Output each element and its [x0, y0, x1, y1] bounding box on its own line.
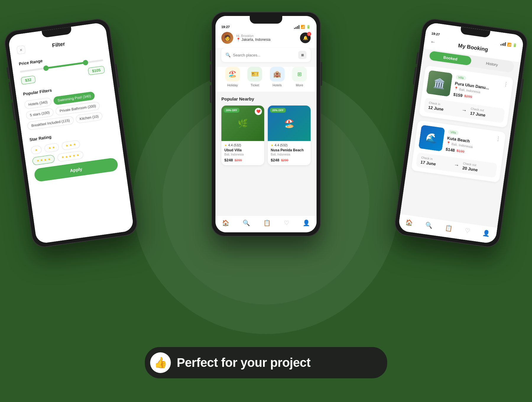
- booking-cards-list: 🏛️ Villa Pura Ulun Danu... 📍 Bali, Indon…: [400, 65, 518, 227]
- star-option-1[interactable]: ★: [30, 145, 42, 155]
- card-nusa-price-old: $299: [281, 158, 288, 162]
- card-nusa-badge: 20% OFF: [270, 108, 286, 113]
- user-text: Hi, Brooklyn 📍 Jakarta, Indonesia: [236, 34, 270, 42]
- star-icon-2: ★: [271, 144, 273, 147]
- nav-favorites-icon[interactable]: ♡: [284, 219, 289, 226]
- search-icon: 🔍: [226, 53, 231, 57]
- battery-icon: 🔋: [306, 25, 311, 29]
- notification-badge: 1: [307, 32, 311, 36]
- holiday-icon: 🏖️: [225, 67, 240, 82]
- card-nusa-rating: ★ 4.4 (532): [271, 143, 308, 147]
- booking-nav-favorites[interactable]: ♡: [464, 227, 471, 234]
- date-arrow-icon-2: →: [453, 162, 460, 168]
- filter-title: Filter: [52, 40, 66, 48]
- pura-checkin: Check in 12 June: [428, 101, 459, 114]
- phone-center-vol-up: [210, 64, 211, 82]
- card-nusa-name: Nusa Penida Beach: [271, 148, 308, 152]
- nav-home-icon[interactable]: 🏠: [222, 219, 229, 226]
- more-label: More: [296, 83, 303, 87]
- card-nusa-penida[interactable]: 🏖️ 20% OFF ★ 4.4 (532) Nusa Penida Beach…: [268, 106, 311, 165]
- phone-center-power-button: [210, 50, 211, 61]
- center-phone-notch: [250, 16, 282, 24]
- phone-booking: 19:27 📶 🔋 ← My Booking: [393, 17, 529, 249]
- booking-nav-profile[interactable]: 👤: [482, 229, 491, 237]
- price-thumb-max[interactable]: [82, 60, 88, 66]
- star-option-3[interactable]: ★★★: [61, 140, 80, 150]
- price-slider-fill: [45, 61, 86, 69]
- status-icons: 📶 🔋: [294, 25, 311, 29]
- popular-title: Popular Nearby: [221, 96, 311, 101]
- status-time: 19:27: [221, 25, 230, 29]
- category-ticket[interactable]: 🎫 Ticket: [247, 67, 262, 87]
- kuta-card-info: Villa Kuta Beach 📍 Bali, Indonesia $148 …: [445, 129, 493, 158]
- card-nusa-price-current: $248: [271, 158, 279, 162]
- kuta-menu-button[interactable]: ⋮: [495, 135, 501, 142]
- ticket-label: Ticket: [251, 83, 259, 87]
- thumbs-up-emoji: 👍: [150, 352, 171, 373]
- filter-tag-hotels[interactable]: Hotels (340): [24, 97, 52, 109]
- phone-left-vol-down-button: [12, 102, 15, 120]
- card-ubud-rating: ★ 4.4 (532): [224, 143, 261, 147]
- star-option-4[interactable]: ★★★★: [32, 155, 55, 166]
- more-icon: ⊞: [292, 67, 307, 82]
- booking-nav-home[interactable]: 🏠: [405, 218, 413, 226]
- phone-right-left-button: [416, 52, 419, 64]
- pura-tag: Villa: [455, 75, 466, 81]
- nav-search-icon[interactable]: 🔍: [243, 219, 250, 226]
- banner-text: Perfect for your project: [177, 356, 310, 370]
- booking-title: My Booking: [458, 43, 489, 53]
- category-holiday[interactable]: 🏖️ Holiday: [225, 67, 240, 87]
- booking-card-kuta: 🌊 Villa Kuta Beach 📍 Bali, Indonesia $14…: [411, 120, 506, 182]
- booking-nav-bookings[interactable]: 📋: [445, 224, 453, 232]
- phone-left-right-button: [115, 64, 120, 87]
- popular-section: Popular Nearby 🌿 20% OFF ❤️ ★ 4.4 (532): [215, 92, 317, 215]
- price-thumb-min[interactable]: [43, 65, 49, 71]
- card-ubud-image: 🌿 20% OFF ❤️: [221, 106, 264, 141]
- phone-right-power-button: [519, 79, 524, 103]
- search-bar[interactable]: 🔍 ⊞: [221, 48, 311, 62]
- pura-card-image: 🏛️: [426, 70, 452, 97]
- date-arrow-icon: →: [461, 107, 467, 114]
- search-filter-icon[interactable]: ⊞: [298, 51, 306, 59]
- card-ubud-price-current: $248: [224, 158, 233, 162]
- hotels-label: Hotels: [273, 83, 282, 87]
- phone-left-vol-up-button: [9, 82, 12, 100]
- category-hotels[interactable]: 🏨 Hotels: [270, 67, 285, 87]
- card-nusa-info: ★ 4.4 (532) Nusa Penida Beach Bali, Indo…: [268, 141, 311, 165]
- pura-menu-button[interactable]: ⋮: [503, 80, 509, 87]
- phone-center-right-button: [321, 62, 322, 86]
- kuta-card-image: 🌊: [418, 125, 445, 151]
- pura-image-bg: 🏛️: [426, 70, 452, 97]
- card-ubud-name: Ubud Villa: [224, 148, 261, 152]
- categories: 🏖️ Holiday 🎫 Ticket 🏨 Hotels ⊞ More: [215, 67, 317, 92]
- project-banner: 👍 Perfect for your project: [145, 347, 387, 378]
- nav-profile-icon[interactable]: 👤: [303, 219, 310, 226]
- location-pin-icon: 📍: [236, 38, 241, 42]
- nav-bookings-icon[interactable]: 📋: [263, 219, 271, 226]
- card-ubud-location: Bali, Indonesia: [224, 153, 261, 156]
- filter-close-button[interactable]: ×: [16, 45, 26, 55]
- popular-filter-tags: Hotels (340) Swimming Pool (340) 5 stars…: [24, 89, 111, 130]
- card-ubud-villa[interactable]: 🌿 20% OFF ❤️ ★ 4.4 (532) Ubud Villa Bali…: [221, 106, 264, 165]
- price-min: $32: [21, 75, 36, 85]
- explore-header: 🧑 Hi, Brooklyn 📍 Jakarta, Indonesia 🔔 1: [215, 29, 317, 48]
- phone-explore: 19:27 📶 🔋 🧑 Hi, Brook: [211, 12, 321, 236]
- category-more[interactable]: ⊞ More: [292, 67, 307, 87]
- kuta-image-bg: 🌊: [418, 125, 445, 151]
- notification-button[interactable]: 🔔 1: [300, 33, 311, 43]
- user-info-area: 🧑 Hi, Brooklyn 📍 Jakarta, Indonesia: [221, 32, 270, 44]
- filter-tag-5stars[interactable]: 5 stars (100): [25, 108, 54, 120]
- star-option-2[interactable]: ★★: [44, 143, 59, 153]
- kuta-checkin: Check in 17 June: [420, 156, 451, 168]
- holiday-label: Holiday: [227, 83, 238, 87]
- phone-right-vol-button: [413, 67, 416, 85]
- card-ubud-heart[interactable]: ❤️: [255, 108, 262, 115]
- ticket-icon: 🎫: [247, 67, 262, 82]
- search-input[interactable]: [233, 53, 296, 57]
- back-button[interactable]: ←: [430, 39, 436, 46]
- filter-tag-kitchen[interactable]: Kitchen (10): [75, 112, 103, 124]
- card-ubud-price-old: $299: [235, 158, 242, 162]
- booking-nav-search[interactable]: 🔍: [425, 221, 433, 229]
- star-option-5[interactable]: ★★★★★: [57, 150, 84, 162]
- kuta-checkout: Check out 20 June: [462, 162, 493, 174]
